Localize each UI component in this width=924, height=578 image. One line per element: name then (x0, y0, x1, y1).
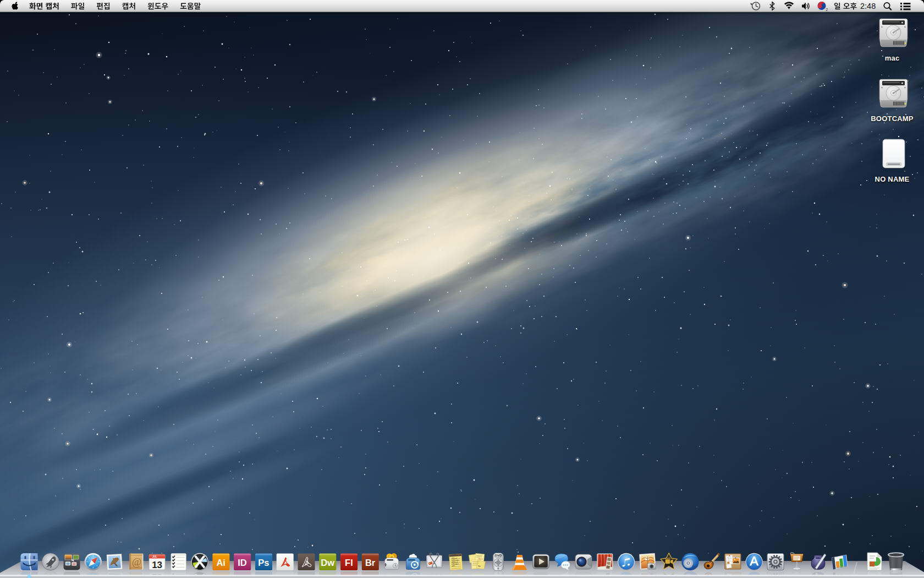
svg-text:Ai: Ai (216, 558, 226, 568)
svg-text:2:48: 2:48 (860, 2, 876, 10)
svg-text:Ps: Ps (258, 558, 269, 568)
svg-text:Fl: Fl (345, 558, 353, 568)
svg-text:13: 13 (152, 560, 162, 570)
svg-text:ID: ID (238, 558, 247, 568)
svg-text:Dw: Dw (321, 558, 334, 568)
svg-text:@: @ (132, 556, 141, 568)
svg-text:DVD: DVD (495, 554, 502, 557)
svg-text:JUL: JUL (152, 555, 157, 558)
svg-text:Br: Br (365, 558, 376, 568)
svg-text:Byyn: Byyn (479, 558, 483, 560)
svg-text:2: 2 (826, 8, 828, 12)
